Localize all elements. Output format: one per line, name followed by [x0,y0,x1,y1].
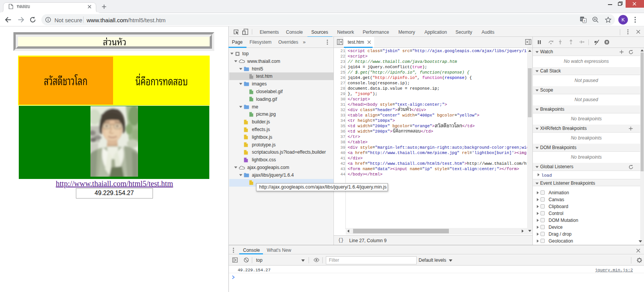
svg-text:x: x [583,19,585,23]
